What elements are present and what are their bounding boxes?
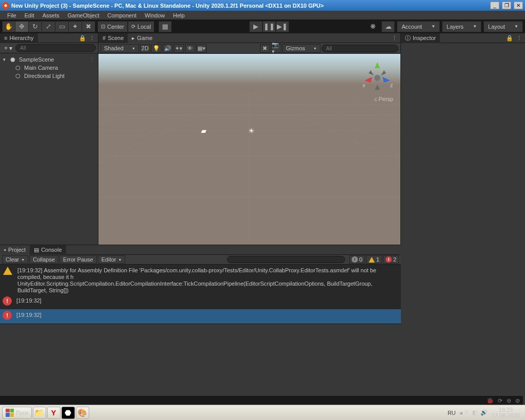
status-ok-icon[interactable]: ⊘ bbox=[515, 397, 520, 404]
clear-button[interactable]: Clear ▼ bbox=[2, 255, 28, 264]
status-icon[interactable]: ⊝ bbox=[507, 397, 511, 404]
language-indicator[interactable]: RU bbox=[448, 410, 456, 416]
maximize-button[interactable]: ❐ bbox=[502, 2, 511, 9]
move-tool[interactable]: ✥ bbox=[15, 21, 29, 32]
bug-icon[interactable]: 🐞 bbox=[487, 397, 494, 404]
taskbar-paint[interactable]: 🎨 bbox=[76, 407, 89, 419]
expand-arrow-icon[interactable]: ▾ bbox=[3, 57, 8, 62]
menu-edit[interactable]: Edit bbox=[21, 12, 38, 19]
taskbar-yandex[interactable]: Y bbox=[47, 407, 60, 419]
pivot-local-toggle[interactable]: ⟳Local bbox=[128, 21, 154, 32]
warning-filter[interactable]: 1 bbox=[366, 255, 382, 264]
account-dropdown[interactable]: Account▼ bbox=[397, 21, 440, 32]
scene-options-icon[interactable]: ⋮ bbox=[89, 56, 95, 63]
tray-icon[interactable]: ⚐ bbox=[464, 409, 469, 416]
orientation-gizmo[interactable]: x z bbox=[359, 59, 395, 95]
layout-dropdown[interactable]: Layout▼ bbox=[483, 21, 523, 32]
inspector-tab[interactable]: ⓘ Inspector bbox=[401, 33, 440, 43]
console-entry[interactable]: ! [19:19:32] bbox=[0, 295, 401, 309]
hidden-toggle[interactable]: 👁 bbox=[185, 44, 195, 53]
minimize-button[interactable]: _ bbox=[490, 2, 499, 9]
grid-visibility[interactable]: ▦▾ bbox=[196, 44, 207, 53]
rect-tool[interactable]: ▭ bbox=[55, 21, 69, 32]
tab-options-icon[interactable]: ⋮ bbox=[89, 35, 95, 42]
hierarchy-search-input[interactable] bbox=[15, 44, 96, 52]
start-button[interactable]: Пуск bbox=[2, 407, 32, 419]
error-icon: ! bbox=[3, 296, 12, 306]
tab-options-icon[interactable]: ⋮ bbox=[392, 35, 397, 42]
info-filter[interactable]: !0 bbox=[349, 255, 365, 264]
camera-gizmo-icon[interactable]: ▰ bbox=[201, 127, 207, 135]
console-tab[interactable]: ▤ Console bbox=[30, 245, 66, 255]
camera-settings[interactable]: 📷▾ bbox=[271, 44, 281, 53]
snap-grid-button[interactable]: ▦ bbox=[158, 21, 172, 32]
projection-label[interactable]: ≤ Persp bbox=[374, 96, 393, 102]
svg-line-7 bbox=[98, 92, 201, 243]
hierarchy-item-directional-light[interactable]: ⬡ Directional Light bbox=[0, 72, 98, 80]
console-entry[interactable]: [19:19:32] Assembly for Assembly Definit… bbox=[0, 265, 401, 295]
scene-viewport[interactable]: x z ≤ Persp ▰ ☀ bbox=[98, 54, 400, 245]
system-tray[interactable]: ⚐ ◧ 🔊 bbox=[464, 409, 488, 416]
svg-marker-15 bbox=[365, 77, 372, 83]
error-pause-toggle[interactable]: Error Pause bbox=[59, 255, 97, 264]
pivot-center-toggle[interactable]: ⊡Center bbox=[97, 21, 128, 32]
scene-tab[interactable]: # Scene bbox=[98, 33, 128, 43]
step-button[interactable]: ▶❚ bbox=[276, 21, 289, 32]
window-title: New Unity Project (3) - SampleScene - PC… bbox=[11, 3, 324, 9]
close-button[interactable]: ✕ bbox=[514, 2, 523, 9]
collapse-toggle[interactable]: Collapse bbox=[29, 255, 58, 264]
tools-icon[interactable]: ✖ bbox=[260, 44, 270, 53]
transform-tool[interactable]: ✦ bbox=[69, 21, 82, 32]
tray-expand-icon[interactable]: « bbox=[460, 410, 463, 416]
taskbar-unity[interactable]: ⬣ bbox=[62, 407, 75, 419]
rotate-tool[interactable]: ↻ bbox=[29, 21, 42, 32]
hierarchy-scene-row[interactable]: ▾ ⬣ SampleScene ⋮ bbox=[0, 55, 98, 64]
play-button[interactable]: ▶ bbox=[249, 21, 262, 32]
tab-options-icon[interactable]: ⋮ bbox=[516, 35, 522, 42]
2d-toggle[interactable]: 2D bbox=[140, 44, 150, 53]
create-dropdown[interactable]: + ▾ bbox=[2, 45, 14, 52]
error-icon: ! bbox=[3, 311, 12, 320]
tray-icon[interactable]: ◧ bbox=[472, 409, 477, 416]
menu-gameobject[interactable]: GameObject bbox=[64, 12, 104, 19]
svg-marker-16 bbox=[382, 77, 390, 83]
collab-icon[interactable]: ❋ bbox=[366, 21, 379, 32]
console-search-input[interactable] bbox=[227, 256, 345, 263]
error-filter[interactable]: !2 bbox=[383, 255, 399, 264]
menu-window[interactable]: Window bbox=[140, 12, 169, 19]
svg-line-8 bbox=[298, 92, 400, 243]
project-tab[interactable]: ▪ Project bbox=[0, 245, 30, 255]
svg-marker-18 bbox=[375, 85, 380, 90]
lock-icon[interactable]: 🔒 bbox=[79, 35, 86, 42]
taskbar-explorer[interactable]: 📁 bbox=[33, 407, 46, 419]
tray-volume-icon[interactable]: 🔊 bbox=[480, 409, 488, 416]
menu-assets[interactable]: Assets bbox=[38, 12, 64, 19]
svg-line-12 bbox=[98, 92, 124, 243]
editor-dropdown[interactable]: Editor ▼ bbox=[98, 255, 126, 264]
lighting-toggle[interactable]: 💡 bbox=[151, 44, 161, 53]
audio-toggle[interactable]: 🔊 bbox=[163, 44, 173, 53]
fx-toggle[interactable]: ✦▾ bbox=[174, 44, 184, 53]
lock-icon[interactable]: 🔒 bbox=[506, 35, 513, 42]
scene-search-input[interactable] bbox=[321, 45, 398, 52]
hierarchy-tree[interactable]: ▾ ⬣ SampleScene ⋮ ⬡ Main Camera ⬡ Direct… bbox=[0, 53, 98, 245]
hand-tool[interactable]: ✋ bbox=[2, 21, 15, 32]
layers-dropdown[interactable]: Layers▼ bbox=[442, 21, 481, 32]
custom-tool[interactable]: ✖ bbox=[82, 21, 95, 32]
menu-component[interactable]: Component bbox=[103, 12, 140, 19]
taskbar-clock[interactable]: 19:23 17.08.2020 bbox=[492, 407, 520, 418]
menu-file[interactable]: File bbox=[3, 12, 21, 19]
console-entry[interactable]: ! [19:19:32] bbox=[0, 309, 401, 324]
scale-tool[interactable]: ⤢ bbox=[42, 21, 55, 32]
autosave-icon[interactable]: ⟳ bbox=[498, 397, 502, 404]
menu-help[interactable]: Help bbox=[169, 12, 189, 19]
gizmos-dropdown[interactable]: Gizmos▼ bbox=[282, 44, 320, 53]
pause-button[interactable]: ❚❚ bbox=[262, 21, 276, 32]
menu-bar: File Edit Assets GameObject Component Wi… bbox=[0, 11, 525, 19]
cloud-button[interactable]: ☁ bbox=[381, 21, 395, 32]
game-tab[interactable]: ▸ Game bbox=[128, 33, 156, 43]
light-gizmo-icon[interactable]: ☀ bbox=[248, 127, 255, 135]
hierarchy-item-main-camera[interactable]: ⬡ Main Camera bbox=[0, 64, 98, 72]
hierarchy-tab[interactable]: ≡ Hierarchy bbox=[0, 33, 38, 43]
shading-dropdown[interactable]: Shaded▼ bbox=[100, 44, 139, 53]
